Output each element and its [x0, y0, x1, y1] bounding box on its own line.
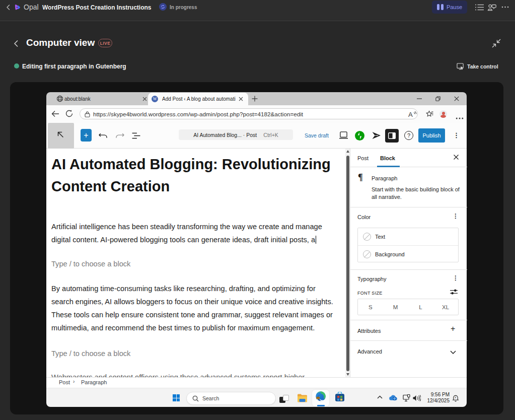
svg-text:W: W: [153, 97, 157, 101]
svg-text:z: z: [455, 396, 456, 399]
svg-text:A: A: [408, 111, 413, 118]
